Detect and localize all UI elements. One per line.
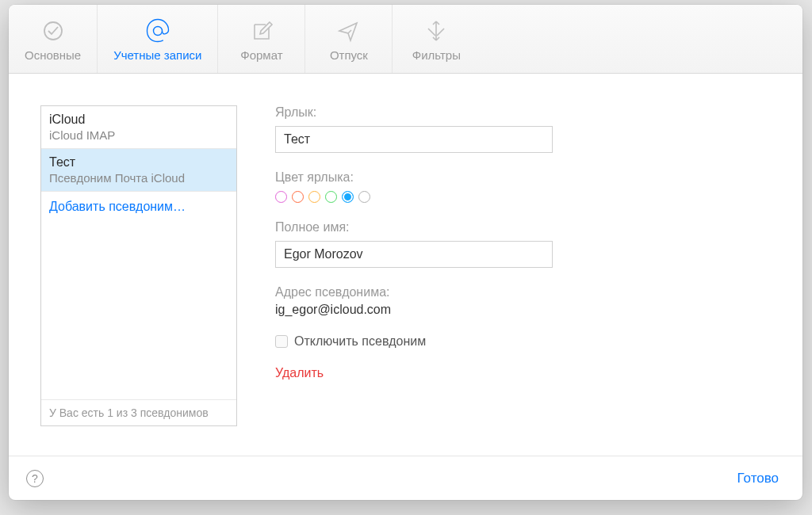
sidebar-footer: У Вас есть 1 из 3 псевдонимов <box>41 399 236 425</box>
sidebar-item-icloud[interactable]: iCloud iCloud IMAP <box>41 106 236 149</box>
alias-form: Ярлык: Цвет ярлыка: Полное имя: Адрес пс… <box>237 105 771 440</box>
section-full-name: Полное имя: <box>275 220 771 268</box>
help-icon: ? <box>32 472 38 485</box>
svg-point-0 <box>44 22 62 40</box>
color-option[interactable] <box>292 191 304 203</box>
tab-label: Учетные записи <box>113 48 201 62</box>
sidebar-item-subtitle: iCloud IMAP <box>49 128 228 142</box>
tab-filters[interactable]: Фильтры <box>393 5 480 73</box>
label-alias-address: Адрес псевдонима: <box>275 285 771 299</box>
tab-label: Фильтры <box>412 48 461 62</box>
alias-address-value: ig_egor@icloud.com <box>275 303 771 317</box>
section-disable-alias: Отключить псевдоним <box>275 334 771 349</box>
sidebar-item-subtitle: Псевдоним Почта iCloud <box>49 171 228 185</box>
filters-icon <box>424 17 448 45</box>
svg-point-1 <box>153 26 162 35</box>
tab-vacation[interactable]: Отпуск <box>305 5 393 73</box>
label-alias: Ярлык: <box>275 105 771 120</box>
tab-accounts[interactable]: Учетные записи <box>98 5 218 73</box>
accounts-sidebar: iCloud iCloud IMAP Тест Псевдоним Почта … <box>40 105 237 426</box>
color-row <box>275 191 771 203</box>
disable-alias-checkbox[interactable] <box>275 335 288 348</box>
label-full-name: Полное имя: <box>275 220 771 235</box>
color-option[interactable] <box>275 191 287 203</box>
accounts-list: iCloud iCloud IMAP Тест Псевдоним Почта … <box>41 106 236 399</box>
preferences-dialog: Основные Учетные записи Формат <box>9 5 802 500</box>
airplane-icon <box>336 17 362 45</box>
help-button[interactable]: ? <box>26 470 44 487</box>
color-option[interactable] <box>358 191 370 203</box>
section-alias-address: Адрес псевдонима: ig_egor@icloud.com <box>275 285 771 317</box>
disable-alias-label: Отключить псевдоним <box>294 334 426 349</box>
content-area: iCloud iCloud IMAP Тест Псевдоним Почта … <box>9 74 802 456</box>
tab-label: Отпуск <box>330 48 368 62</box>
gear-icon <box>41 17 65 45</box>
tab-format[interactable]: Формат <box>218 5 305 73</box>
tab-general[interactable]: Основные <box>9 5 98 73</box>
compose-icon <box>250 17 274 45</box>
done-button[interactable]: Готово <box>731 467 786 490</box>
sidebar-item-title: iCloud <box>49 113 228 127</box>
sidebar-item-title: Тест <box>49 155 228 170</box>
tab-label: Основные <box>25 48 81 62</box>
dialog-footer: ? Готово <box>9 456 802 500</box>
section-alias-color: Цвет ярлыка: <box>275 170 771 203</box>
section-alias: Ярлык: <box>275 105 771 153</box>
alias-input[interactable] <box>275 126 553 153</box>
sidebar-item-alias[interactable]: Тест Псевдоним Почта iCloud <box>41 149 236 192</box>
label-alias-color: Цвет ярлыка: <box>275 170 771 185</box>
tab-label: Формат <box>240 48 282 62</box>
color-option[interactable] <box>342 191 354 203</box>
color-option[interactable] <box>308 191 320 203</box>
add-alias-link[interactable]: Добавить псевдоним… <box>41 192 236 222</box>
delete-alias-link[interactable]: Удалить <box>275 366 324 380</box>
full-name-input[interactable] <box>275 241 553 268</box>
color-option[interactable] <box>325 191 337 203</box>
at-sign-icon <box>144 17 171 45</box>
section-delete: Удалить <box>275 366 771 380</box>
toolbar: Основные Учетные записи Формат <box>9 5 802 74</box>
